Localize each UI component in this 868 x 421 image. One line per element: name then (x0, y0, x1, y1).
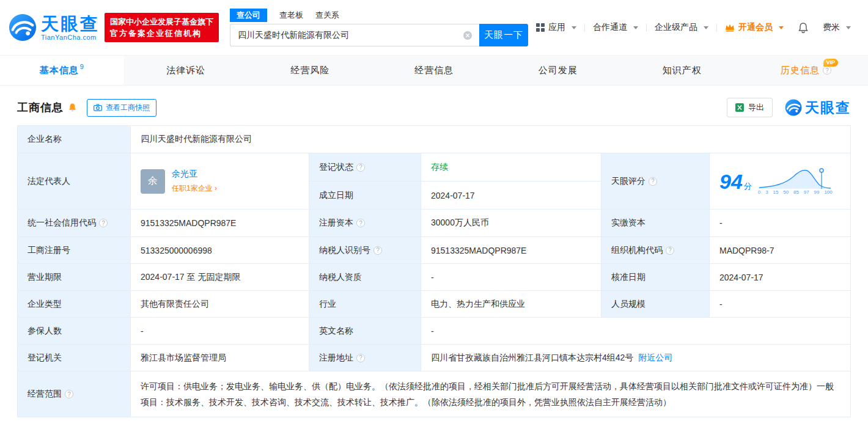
field-label-org-code: 组织机构代码 (601, 237, 710, 264)
help-icon[interactable] (666, 246, 674, 255)
excel-icon (735, 103, 744, 112)
field-label-establish-date: 成立日期 (309, 181, 421, 210)
field-label: 人员规模 (611, 299, 645, 310)
search-area: 查公司 查老板 查关系 天眼一下 (230, 9, 528, 46)
primary-tabs: 基本信息9 法律诉讼 经营风险 经营信息 公司发展 知识产权 VIP 历史信息 (0, 55, 868, 86)
tyc-score-cell: 94分 031550859799100 (710, 153, 850, 210)
field-value: - (431, 326, 434, 336)
field-value-business-term: 2024-07-17 至 无固定期限 (131, 264, 309, 291)
nav-apps-label: 应用 (548, 22, 565, 33)
clear-search-icon[interactable] (463, 31, 473, 40)
tab-operation-risk[interactable]: 经营风险 (248, 56, 372, 85)
nav-cooperation[interactable]: 合作通道 (585, 22, 646, 33)
field-value-credit-code: 91513325MADQPR987E (131, 210, 309, 237)
nav-enterprise-label: 企业级产品 (655, 22, 697, 33)
field-value-industry: 电力、热力生产和供应业 (421, 291, 601, 318)
help-icon[interactable] (823, 66, 831, 75)
field-label: 纳税人资质 (319, 272, 362, 283)
tianyancha-logo[interactable]: 天眼查 TianYanCha.com (9, 13, 100, 42)
field-label-paid-capital: 实缴资本 (601, 210, 710, 237)
help-icon[interactable] (356, 354, 365, 362)
status-badge: 存续 (431, 162, 448, 173)
field-label-english-name: 英文名称 (309, 318, 421, 345)
tab-label: 法律诉讼 (166, 65, 205, 76)
section-title: 工商信息 (17, 100, 64, 115)
field-label-staff-size: 人员规模 (601, 291, 710, 318)
help-icon[interactable] (99, 219, 108, 227)
field-label: 实缴资本 (611, 218, 645, 229)
nav-user-label: 费米 (823, 22, 840, 33)
field-label: 天眼评分 (611, 176, 645, 187)
field-value-org-code: MADQPR98-7 (710, 237, 850, 264)
field-value-establish-date: 2024-07-17 (421, 181, 601, 210)
field-value-staff-size: - (710, 291, 850, 318)
search-input[interactable] (230, 24, 479, 46)
right-tools: 导出 天眼查 (727, 98, 851, 117)
reg-address-text: 四川省甘孜藏族自治州雅江县河口镇本达宗村4组42号 (431, 353, 633, 364)
field-label-business-term: 营业期限 (18, 264, 131, 291)
search-row: 天眼一下 (230, 24, 528, 46)
field-label-company-type: 企业类型 (18, 291, 131, 318)
help-icon[interactable] (649, 177, 657, 186)
view-business-snapshot-button[interactable]: 查看工商快照 (87, 99, 156, 117)
help-icon[interactable] (65, 390, 73, 398)
watermark-text: 天眼查 (805, 98, 851, 117)
field-label: 纳税人识别号 (319, 245, 370, 256)
help-icon[interactable] (373, 246, 382, 255)
search-button[interactable]: 天眼一下 (479, 24, 528, 46)
field-value: 四川天盛时代新能源有限公司 (141, 134, 252, 145)
tab-legal-proceedings[interactable]: 法律诉讼 (124, 56, 248, 85)
legal-rep-companies-link[interactable]: 任职1家企业 (172, 183, 217, 194)
subscribe-bell-icon[interactable] (68, 103, 77, 112)
tab-history-info[interactable]: VIP 历史信息 (744, 56, 868, 85)
gov-certification-badge: 国家中小企业发展子基金旗下 官方备案企业征信机构 (105, 13, 219, 42)
nav-open-membership[interactable]: 开通会员 (717, 22, 792, 33)
logo-text: 天眼查 TianYanCha.com (41, 15, 100, 41)
field-value: 许可项目：供电业务；发电业务、输电业务、供（配）电业务。（依法须经批准的项目，经… (141, 378, 838, 410)
field-label-taxpayer-qual: 纳税人资质 (309, 264, 421, 291)
notification-bell-icon[interactable] (792, 22, 815, 34)
field-label: 参保人数 (28, 326, 62, 337)
chevron-down-icon (572, 26, 576, 29)
field-label: 注册地址 (319, 353, 353, 364)
legal-rep-link[interactable]: 余光亚 (172, 169, 197, 178)
score-distribution-chart: 031550859799100 (758, 167, 833, 195)
field-label: 登记状态 (319, 162, 353, 173)
tab-company-development[interactable]: 公司发展 (496, 56, 620, 85)
nav-vip-label: 开通会员 (738, 22, 773, 33)
field-value-business-scope: 许可项目：供电业务；发电业务、输电业务、供（配）电业务。（依法须经批准的项目，经… (131, 372, 850, 417)
nav-enterprise-products[interactable]: 企业级产品 (647, 22, 716, 33)
legal-rep-avatar[interactable]: 余 (141, 169, 165, 194)
field-label: 组织机构代码 (611, 245, 663, 256)
nav-cooperation-label: 合作通道 (593, 22, 627, 33)
apps-grid-icon (536, 23, 545, 32)
tab-operation-info[interactable]: 经营信息 (372, 56, 496, 85)
search-tab-relation[interactable]: 查关系 (315, 9, 339, 22)
field-label: 经营范围 (28, 389, 62, 400)
export-button[interactable]: 导出 (727, 98, 773, 117)
field-value: - (719, 218, 723, 228)
field-value-paid-capital: - (710, 210, 850, 237)
nav-user[interactable]: 费米 (815, 22, 859, 33)
field-value-reg-number: 513325000006998 (131, 237, 309, 264)
top-nav: 应用 合作通道 企业级产品 开通会员 费米 (528, 22, 859, 34)
search-tab-company[interactable]: 查公司 (230, 9, 267, 22)
field-label: 英文名称 (319, 326, 353, 337)
nearby-companies-link[interactable]: 附近公司 (638, 353, 672, 364)
field-value-approval-date: 2024-07-17 (710, 264, 850, 291)
field-value-reg-capital: 30000万人民币 (421, 210, 601, 237)
tab-intellectual-property[interactable]: 知识产权 (620, 56, 744, 85)
logo-eye-icon (785, 99, 802, 116)
chevron-down-icon (633, 26, 638, 29)
vip-badge: VIP (823, 59, 839, 67)
search-tab-boss[interactable]: 查老板 (279, 9, 303, 22)
help-icon[interactable] (356, 163, 365, 172)
tab-label: 基本信息 (40, 65, 79, 76)
tab-label: 历史信息 (781, 65, 820, 76)
field-label-reg-number: 工商注册号 (18, 237, 131, 264)
search-box (230, 24, 479, 46)
help-icon[interactable] (356, 219, 365, 227)
tab-basic-info[interactable]: 基本信息9 (0, 56, 124, 85)
tab-label: 公司发展 (539, 65, 578, 76)
nav-apps[interactable]: 应用 (528, 22, 584, 33)
